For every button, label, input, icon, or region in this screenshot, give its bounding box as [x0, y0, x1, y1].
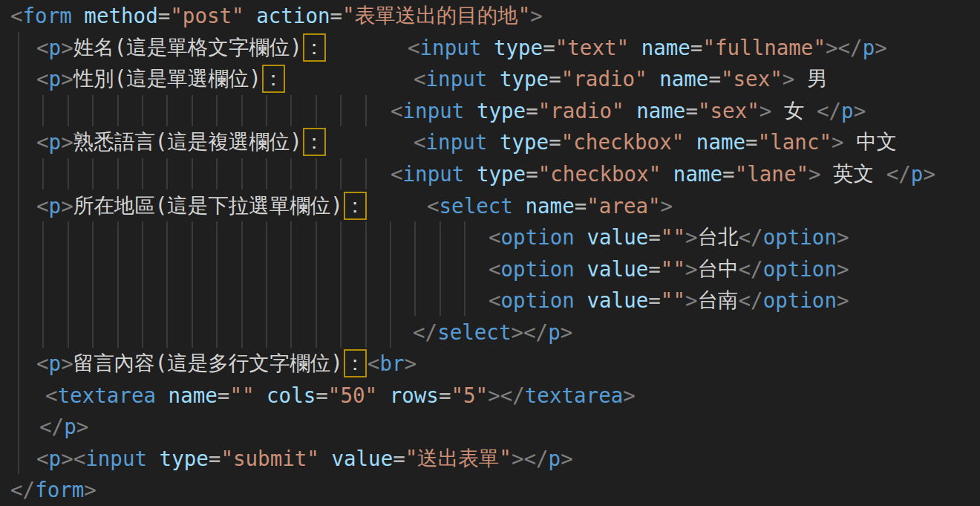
- code-segment: </form>: [10, 474, 97, 506]
- code-token-txt: 台北: [698, 224, 739, 250]
- code-token-tag: input: [426, 67, 488, 91]
- code-token-punct: >: [923, 162, 935, 186]
- code-segment: <option value="">台中</option>: [489, 253, 849, 285]
- code-token-str: "radio": [538, 99, 624, 123]
- code-token-punct: >: [685, 288, 698, 312]
- code-token-txt: 所在地區(這是下拉選單欄位): [74, 192, 343, 219]
- code-token-attr: type: [500, 130, 549, 154]
- code-token-txt: [647, 67, 660, 91]
- code-token-tag: p: [64, 415, 76, 438]
- code-token-eq: =: [708, 67, 721, 91]
- code-line: <option value="">台中</option>: [0, 253, 980, 285]
- code-token-txt: 中文: [844, 129, 898, 155]
- indent-guides: [18, 443, 19, 475]
- code-token-tag: option: [501, 225, 575, 249]
- code-token-tag: option: [763, 288, 837, 312]
- code-token-eq: =: [722, 162, 735, 186]
- indent-guides: [18, 411, 19, 443]
- code-token-punct: <: [36, 130, 49, 154]
- code-token-str: "50": [328, 383, 377, 407]
- code-line: <p>所在地區(這是下拉選單欄位)：<select name="area">: [0, 189, 980, 221]
- code-segment: <option value="">台南</option>: [489, 285, 849, 317]
- code-token-punct: <: [414, 130, 426, 154]
- code-token-attr: cols: [267, 383, 316, 407]
- indent-guides: [18, 380, 19, 412]
- code-token-punct: >: [530, 4, 543, 27]
- code-token-attr: type: [494, 36, 543, 59]
- code-token-eq: =: [439, 383, 451, 407]
- code-token-txt: [72, 4, 85, 27]
- code-segment: <p>熟悉語言(這是複選欄位)：: [36, 126, 327, 158]
- code-line: </p>: [0, 411, 980, 443]
- code-token-str: "": [661, 225, 685, 249]
- code-token-tag: input: [420, 36, 482, 59]
- code-token-punct: >: [832, 130, 844, 154]
- code-token-punct: >: [837, 257, 849, 281]
- code-token-punct: <: [10, 4, 23, 27]
- code-token-punct: </: [817, 99, 841, 123]
- code-token-punct: </: [523, 447, 548, 470]
- code-token-punct: >: [512, 447, 524, 470]
- code-token-str: "送出表單": [405, 445, 512, 472]
- unicode-highlight-colon: ：: [303, 128, 326, 156]
- code-token-str: "": [661, 257, 685, 281]
- code-token-txt: [487, 130, 500, 154]
- code-line: <p>性別(這是單選欄位)：<input type="radio" name="…: [0, 63, 980, 95]
- code-token-tag: p: [49, 194, 62, 218]
- code-line: </form>: [0, 474, 980, 506]
- code-token-eq: =: [316, 383, 328, 407]
- code-token-eq: =: [330, 4, 343, 27]
- code-token-punct: <: [368, 351, 380, 375]
- code-token-attr: name: [696, 130, 745, 154]
- code-token-eq: =: [218, 383, 230, 407]
- code-token-tag: textarea: [58, 383, 156, 407]
- code-token-str: "": [661, 288, 685, 312]
- indent-guides: [18, 221, 466, 253]
- code-segment: <input type="text" name="fullname"></p>: [408, 32, 887, 64]
- code-token-attr: value: [587, 288, 648, 312]
- code-token-attr: name: [636, 99, 685, 123]
- code-token-attr: name: [673, 162, 722, 186]
- code-token-tag: p: [863, 36, 875, 59]
- code-token-txt: 男: [794, 65, 827, 92]
- code-segment: <input type="checkbox" name="lane"> 英文 <…: [391, 158, 935, 190]
- code-token-punct: >: [808, 162, 821, 186]
- code-token-punct: >: [661, 194, 673, 218]
- code-line: <p>熟悉語言(這是複選欄位)：<input type="checkbox" n…: [0, 126, 980, 158]
- code-token-str: "5": [451, 383, 488, 407]
- code-token-punct: >: [561, 447, 573, 470]
- code-token-tag: form: [23, 4, 72, 27]
- code-token-txt: 熟悉語言(這是複選欄位): [74, 129, 302, 155]
- code-line: <input type="radio" name="sex"> 女 </p>: [0, 95, 980, 127]
- code-token-punct: <: [36, 36, 49, 59]
- code-token-punct: >: [561, 320, 573, 344]
- code-token-tag: p: [549, 447, 561, 470]
- code-token-punct: </: [523, 320, 548, 344]
- code-token-punct: >: [61, 351, 74, 375]
- code-segment: <p>性別(這是單選欄位)：: [36, 63, 286, 95]
- code-segment: <select name="area">: [427, 189, 673, 221]
- code-token-txt: [661, 162, 673, 186]
- code-token-eq: =: [648, 288, 661, 312]
- code-segment: <input type="radio" name="sex"> 男: [414, 63, 827, 95]
- code-token-tag: input: [403, 162, 465, 186]
- code-token-punct: <: [36, 447, 49, 470]
- code-token-tag: option: [501, 257, 575, 281]
- code-token-eq: =: [648, 225, 661, 249]
- code-token-tag: option: [763, 257, 837, 281]
- code-token-attr: rows: [390, 383, 439, 407]
- code-token-attr: action: [256, 4, 330, 27]
- code-line: <form method="post" action="表單送出的目的地">: [0, 0, 980, 32]
- unicode-highlight-colon: ：: [344, 192, 367, 220]
- code-token-txt: [513, 194, 526, 218]
- code-token-txt: [255, 383, 267, 407]
- code-token-punct: </: [39, 415, 64, 438]
- code-token-punct: <: [391, 99, 403, 123]
- code-editor[interactable]: <form method="post" action="表單送出的目的地"><p…: [0, 0, 980, 506]
- code-token-str: "fullname": [702, 36, 826, 59]
- code-token-txt: [244, 4, 257, 27]
- code-line: <p>姓名(這是單格文字欄位)：<input type="text" name=…: [0, 32, 980, 64]
- code-token-tag: option: [763, 225, 837, 249]
- indent-guides: [18, 189, 19, 221]
- code-token-punct: <: [489, 225, 501, 249]
